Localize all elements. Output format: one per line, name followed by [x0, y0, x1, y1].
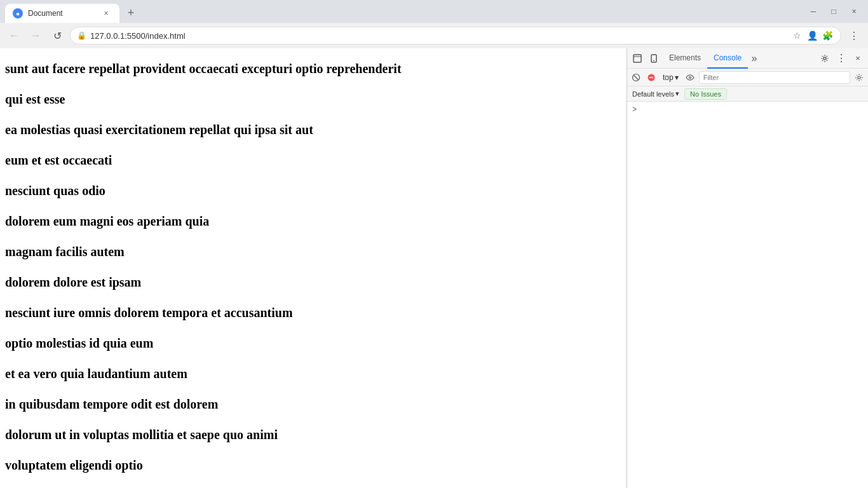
- security-icon: 🔒: [77, 31, 86, 40]
- address-bar: ← → ↺ 🔒 127.0.0.1:5500/index.html ☆ 👤 🧩 …: [0, 23, 868, 48]
- console-prompt[interactable]: >: [630, 104, 865, 116]
- browser-window: ● Document × + ─ □ × ← → ↺ 🔒 127.0.0.1:5…: [0, 0, 868, 488]
- profile-icon[interactable]: 👤: [805, 29, 819, 43]
- console-chevron-icon: >: [632, 105, 637, 114]
- webpage[interactable]: sunt aut facere repellat provident occae…: [0, 48, 627, 488]
- new-tab-button[interactable]: +: [122, 4, 140, 22]
- tab-title: Document: [28, 9, 95, 18]
- url-bar[interactable]: 🔒 127.0.0.1:5500/index.html ☆ 👤 🧩: [70, 27, 841, 44]
- forward-button[interactable]: →: [27, 27, 44, 44]
- devtools-level-bar: Default levels ▾ No Issues: [627, 86, 868, 102]
- devtools-settings-button[interactable]: [817, 51, 832, 66]
- clear-console-button[interactable]: [630, 71, 642, 84]
- devtools-header: Elements Console » ⋮: [627, 48, 868, 69]
- tab-favicon: ●: [13, 8, 23, 18]
- svg-point-4: [824, 57, 826, 60]
- webpage-line: voluptatem eligendi optio: [5, 455, 621, 475]
- content-area: sunt aut facere repellat provident occae…: [0, 48, 868, 488]
- devtools-console-toolbar: top ▾: [627, 69, 868, 86]
- webpage-line: nesciunt iure omnis dolorem tempora et a…: [5, 302, 621, 323]
- webpage-line: optio molestias id quia eum: [5, 333, 621, 353]
- eye-icon-button[interactable]: [684, 71, 696, 84]
- title-bar: ● Document × + ─ □ ×: [0, 0, 868, 23]
- url-actions: ☆ 👤 🧩: [790, 29, 834, 43]
- devtools-panel: Elements Console » ⋮: [627, 48, 868, 488]
- tab-console[interactable]: Console: [707, 48, 748, 69]
- tab-bar: ● Document × +: [5, 0, 804, 23]
- webpage-line: ea molestias quasi exercitationem repell…: [5, 119, 621, 140]
- close-button[interactable]: ×: [845, 3, 863, 20]
- devtools-right-icons: ⋮ ×: [817, 51, 865, 66]
- svg-rect-2: [651, 55, 656, 62]
- filter-settings-button[interactable]: [853, 71, 865, 84]
- devtools-tabs: Elements Console »: [663, 48, 816, 69]
- webpage-line: dolorum ut in voluptas mollitia et saepe…: [5, 424, 621, 445]
- devtools-more-button[interactable]: ⋮: [834, 51, 849, 66]
- active-tab[interactable]: ● Document ×: [5, 4, 119, 23]
- webpage-line: dolorem eum magni eos aperiam quia: [5, 211, 621, 231]
- tab-elements[interactable]: Elements: [663, 48, 707, 69]
- webpage-line: qui est esse: [5, 89, 621, 109]
- webpage-line: in quibusdam tempore odit est dolorem: [5, 394, 621, 414]
- devtools-close-button[interactable]: ×: [850, 51, 865, 66]
- maximize-button[interactable]: □: [825, 3, 843, 20]
- svg-point-10: [858, 76, 860, 79]
- window-controls: ─ □ ×: [804, 3, 863, 20]
- webpage-line: dolorem dolore est ipsam: [5, 272, 621, 292]
- svg-point-9: [689, 76, 691, 78]
- context-selector[interactable]: top ▾: [660, 72, 681, 83]
- device-toolbar-button[interactable]: [646, 51, 661, 66]
- webpage-line: sunt aut facere repellat provident occae…: [5, 58, 621, 79]
- disable-filter-button[interactable]: [645, 71, 658, 84]
- tab-close-button[interactable]: ×: [100, 8, 112, 19]
- default-levels-button[interactable]: Default levels ▾: [630, 88, 682, 99]
- webpage-line: nesciunt quas odio: [5, 180, 621, 201]
- url-text: 127.0.0.1:5500/index.html: [90, 31, 786, 41]
- svg-line-6: [634, 75, 639, 79]
- no-issues-badge: No Issues: [684, 88, 727, 100]
- console-content[interactable]: >: [627, 102, 868, 488]
- bookmark-star-icon[interactable]: ☆: [790, 29, 804, 43]
- minimize-button[interactable]: ─: [804, 3, 822, 20]
- svg-rect-0: [634, 55, 641, 62]
- extensions-icon[interactable]: 🧩: [820, 29, 834, 43]
- reload-button[interactable]: ↺: [48, 27, 66, 44]
- webpage-line: exeniet quod temporibus: [5, 485, 621, 488]
- webpage-line: magnam facilis autem: [5, 241, 621, 262]
- webpage-line: eum et est occaecati: [5, 150, 621, 170]
- webpage-content: sunt aut facere repellat provident occae…: [5, 58, 621, 488]
- webpage-line: et ea vero quia laudantium autem: [5, 363, 621, 384]
- inspect-element-button[interactable]: [630, 51, 645, 66]
- more-tabs-button[interactable]: »: [748, 51, 761, 66]
- filter-input[interactable]: [699, 71, 850, 84]
- more-options-button[interactable]: ⋮: [845, 27, 863, 44]
- back-button[interactable]: ←: [5, 27, 23, 44]
